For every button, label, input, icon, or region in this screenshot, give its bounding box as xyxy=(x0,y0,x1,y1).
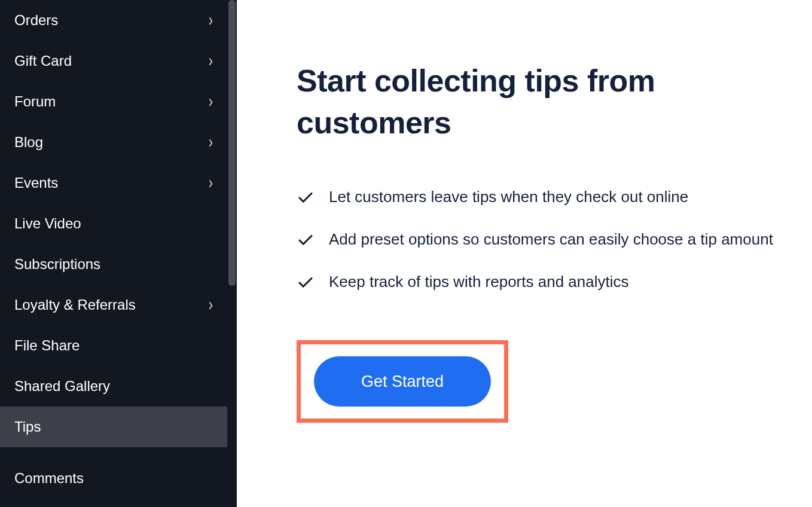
sidebar-scrollbar-thumb[interactable] xyxy=(228,0,236,286)
chevron-right-icon: › xyxy=(209,295,213,315)
sidebar-item-gift-card[interactable]: Gift Card › xyxy=(0,41,227,81)
check-icon xyxy=(297,189,315,207)
sidebar-scrollbar-track[interactable] xyxy=(227,0,237,507)
chevron-right-icon: › xyxy=(209,10,213,30)
chevron-right-icon: › xyxy=(209,91,213,112)
sidebar-item-label: Loyalty & Referrals xyxy=(14,297,136,313)
check-icon xyxy=(297,274,315,292)
check-icon xyxy=(297,231,315,249)
chevron-right-icon: › xyxy=(209,132,213,152)
sidebar-item-comments[interactable]: Comments xyxy=(0,458,227,499)
sidebar-divider xyxy=(0,447,227,458)
feature-item: Keep track of tips with reports and anal… xyxy=(297,270,776,294)
chevron-right-icon: › xyxy=(209,51,213,71)
sidebar-item-orders[interactable]: Orders › xyxy=(0,0,227,41)
feature-text: Add preset options so customers can easi… xyxy=(329,228,773,251)
chevron-right-icon: › xyxy=(209,173,213,193)
sidebar-item-shared-gallery[interactable]: Shared Gallery xyxy=(0,366,227,407)
feature-text: Keep track of tips with reports and anal… xyxy=(329,270,628,294)
sidebar-item-label: Orders xyxy=(14,12,58,29)
sidebar-item-label: Blog xyxy=(14,134,43,151)
sidebar: Orders › Gift Card › Forum › Blog › Even… xyxy=(0,0,237,507)
feature-item: Add preset options so customers can easi… xyxy=(297,228,776,251)
sidebar-item-label: Tips xyxy=(14,419,41,435)
cta-highlight-box: Get Started xyxy=(297,340,508,423)
sidebar-item-forum[interactable]: Forum › xyxy=(0,81,227,122)
sidebar-item-events[interactable]: Events › xyxy=(0,163,227,203)
sidebar-item-label: Comments xyxy=(14,470,84,487)
get-started-button[interactable]: Get Started xyxy=(314,356,491,407)
sidebar-item-label: Live Video xyxy=(14,215,81,232)
sidebar-item-blog[interactable]: Blog › xyxy=(0,122,227,163)
sidebar-item-label: Events xyxy=(14,175,58,191)
sidebar-item-label: Subscriptions xyxy=(14,256,100,273)
sidebar-item-tips[interactable]: Tips xyxy=(0,407,227,447)
sidebar-item-subscriptions[interactable]: Subscriptions xyxy=(0,244,227,285)
page-title: Start collecting tips from customers xyxy=(297,60,776,143)
main-content: Start collecting tips from customers Let… xyxy=(237,0,812,507)
sidebar-inner: Orders › Gift Card › Forum › Blog › Even… xyxy=(0,0,227,499)
sidebar-item-live-video[interactable]: Live Video xyxy=(0,203,227,244)
sidebar-item-label: Shared Gallery xyxy=(14,378,110,395)
sidebar-item-file-share[interactable]: File Share xyxy=(0,325,227,366)
sidebar-item-label: Gift Card xyxy=(14,53,72,69)
sidebar-item-label: File Share xyxy=(14,337,80,354)
feature-item: Let customers leave tips when they check… xyxy=(297,185,776,209)
feature-text: Let customers leave tips when they check… xyxy=(329,185,688,209)
sidebar-item-label: Forum xyxy=(14,93,56,110)
sidebar-item-loyalty-referrals[interactable]: Loyalty & Referrals › xyxy=(0,285,227,325)
feature-list: Let customers leave tips when they check… xyxy=(297,185,776,294)
